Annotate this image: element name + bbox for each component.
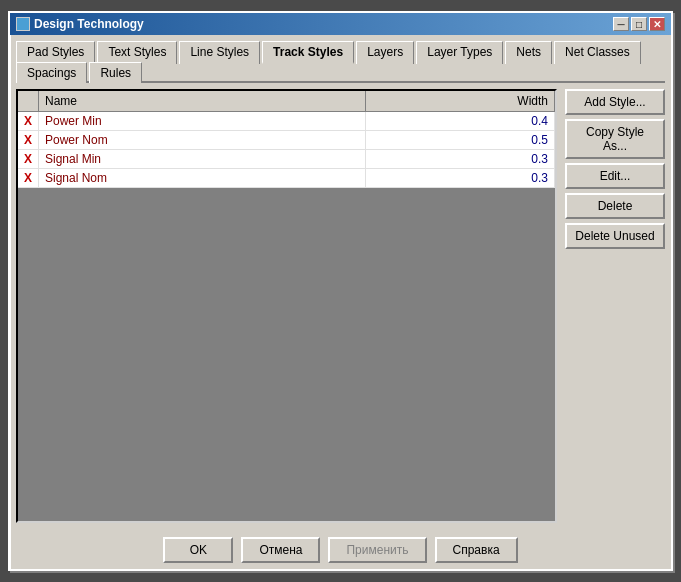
ok-button[interactable]: OK [163,537,233,563]
table-row[interactable]: X Signal Min 0.3 [18,150,555,169]
tab-rules[interactable]: Rules [89,62,142,83]
row-name-3: Signal Nom [39,169,366,188]
row-width-3: 0.3 [366,169,555,188]
minimize-button[interactable]: ─ [613,17,629,31]
table-row[interactable]: X Power Nom 0.5 [18,131,555,150]
tab-line-styles[interactable]: Line Styles [179,41,260,64]
cancel-button[interactable]: Отмена [241,537,320,563]
row-width-0: 0.4 [366,112,555,131]
tabs-bar: Pad Styles Text Styles Line Styles Track… [16,41,665,83]
row-mark-0: X [18,112,39,131]
delete-button[interactable]: Delete [565,193,665,219]
tab-nets[interactable]: Nets [505,41,552,64]
delete-unused-button[interactable]: Delete Unused [565,223,665,249]
table-row[interactable]: X Signal Nom 0.3 [18,169,555,188]
row-width-2: 0.3 [366,150,555,169]
tab-text-styles[interactable]: Text Styles [97,41,177,64]
row-width-1: 0.5 [366,131,555,150]
row-name-1: Power Nom [39,131,366,150]
row-mark-2: X [18,150,39,169]
buttons-panel: Add Style... Copy Style As... Edit... De… [565,89,665,523]
main-window: Design Technology ─ □ ✕ Pad Styles Text … [8,11,673,571]
main-area: Name Width X Power Min 0.4 X [16,89,665,523]
table-area: Name Width X Power Min 0.4 X [16,89,557,523]
table-container: Name Width X Power Min 0.4 X [18,91,555,188]
bottom-bar: OK Отмена Применить Справка [10,529,671,569]
add-style-button[interactable]: Add Style... [565,89,665,115]
title-bar-left: Design Technology [16,17,144,31]
styles-table: Name Width X Power Min 0.4 X [18,91,555,188]
tab-layer-types[interactable]: Layer Types [416,41,503,64]
tab-layers[interactable]: Layers [356,41,414,64]
row-mark-1: X [18,131,39,150]
help-button[interactable]: Справка [435,537,518,563]
row-name-2: Signal Min [39,150,366,169]
col-header-name: Name [39,91,366,112]
tab-pad-styles[interactable]: Pad Styles [16,41,95,64]
row-name-0: Power Min [39,112,366,131]
tab-spacings[interactable]: Spacings [16,62,87,83]
col-header-width: Width [366,91,555,112]
window-icon [16,17,30,31]
title-controls: ─ □ ✕ [613,17,665,31]
col-header-mark [18,91,39,112]
tab-net-classes[interactable]: Net Classes [554,41,641,64]
edit-button[interactable]: Edit... [565,163,665,189]
row-mark-3: X [18,169,39,188]
copy-style-as-button[interactable]: Copy Style As... [565,119,665,159]
tab-track-styles[interactable]: Track Styles [262,41,354,64]
window-title: Design Technology [34,17,144,31]
title-bar: Design Technology ─ □ ✕ [10,13,671,35]
close-button[interactable]: ✕ [649,17,665,31]
maximize-button[interactable]: □ [631,17,647,31]
table-row[interactable]: X Power Min 0.4 [18,112,555,131]
window-content: Pad Styles Text Styles Line Styles Track… [10,35,671,529]
apply-button[interactable]: Применить [328,537,426,563]
